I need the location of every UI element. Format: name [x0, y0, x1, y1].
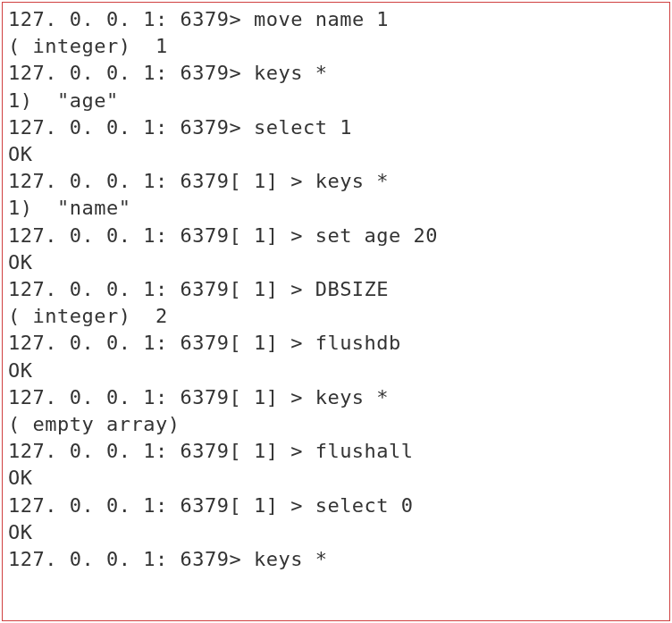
prompt: 127. 0. 0. 1: 6379[ 1] >: [8, 386, 303, 408]
terminal-line: 127. 0. 0. 1: 6379[ 1] > DBSIZE: [8, 276, 664, 303]
terminal-line: OK: [8, 465, 664, 492]
terminal-line: 127. 0. 0. 1: 6379[ 1] > select 0: [8, 493, 664, 519]
output: 1) "name": [8, 197, 130, 219]
command: flushdb: [303, 332, 401, 354]
prompt: 127. 0. 0. 1: 6379[ 1] >: [8, 170, 303, 192]
terminal-line: OK: [8, 249, 664, 276]
command: select 1: [241, 116, 352, 139]
terminal-line: 127. 0. 0. 1: 6379> keys *: [8, 60, 664, 87]
terminal-line: 1) "age": [8, 88, 664, 114]
command: keys *: [303, 386, 389, 408]
terminal-line: ( empty array): [8, 411, 664, 438]
terminal-line: 127. 0. 0. 1: 6379[ 1] > flushall: [8, 438, 664, 465]
output: OK: [8, 359, 33, 382]
prompt: 127. 0. 0. 1: 6379[ 1] >: [8, 278, 303, 300]
prompt: 127. 0. 0. 1: 6379[ 1] >: [8, 332, 303, 354]
terminal-line: OK: [8, 141, 664, 168]
output: OK: [8, 467, 33, 489]
command: flushall: [303, 440, 414, 462]
prompt: 127. 0. 0. 1: 6379>: [8, 116, 241, 139]
prompt: 127. 0. 0. 1: 6379[ 1] >: [8, 224, 303, 247]
command: set age 20: [303, 224, 438, 247]
terminal-line: 127. 0. 0. 1: 6379[ 1] > keys *: [8, 168, 664, 195]
terminal-line: ( integer) 2: [8, 303, 664, 330]
output: OK: [8, 521, 33, 543]
output: OK: [8, 143, 33, 165]
terminal-line: 127. 0. 0. 1: 6379> move name 1: [8, 6, 664, 33]
terminal-line: OK: [8, 358, 664, 384]
terminal-line: ( integer) 1: [8, 33, 664, 60]
output: OK: [8, 251, 33, 274]
terminal-line: 127. 0. 0. 1: 6379> select 1: [8, 114, 664, 141]
command: select 0: [303, 494, 414, 517]
terminal-line: 127. 0. 0. 1: 6379> keys *: [8, 546, 664, 573]
command: keys *: [303, 170, 389, 192]
terminal-line: 127. 0. 0. 1: 6379[ 1] > set age 20: [8, 223, 664, 249]
output: ( integer) 2: [8, 305, 168, 327]
prompt: 127. 0. 0. 1: 6379[ 1] >: [8, 440, 303, 462]
command: DBSIZE: [303, 278, 389, 300]
terminal-content[interactable]: 127. 0. 0. 1: 6379> move name 1( integer…: [3, 3, 669, 577]
command: keys *: [241, 62, 327, 84]
output: ( integer) 1: [8, 35, 168, 57]
prompt: 127. 0. 0. 1: 6379>: [8, 62, 241, 84]
command: move name 1: [241, 8, 389, 30]
terminal-line: 127. 0. 0. 1: 6379[ 1] > keys *: [8, 384, 664, 411]
terminal-line: OK: [8, 519, 664, 546]
output: 1) "age": [8, 89, 119, 112]
terminal-container: 127. 0. 0. 1: 6379> move name 1( integer…: [2, 2, 670, 621]
prompt: 127. 0. 0. 1: 6379>: [8, 8, 241, 30]
terminal-line: 1) "name": [8, 195, 664, 222]
command: keys *: [241, 548, 327, 570]
terminal-line: 127. 0. 0. 1: 6379[ 1] > flushdb: [8, 330, 664, 357]
output: ( empty array): [8, 413, 180, 435]
prompt: 127. 0. 0. 1: 6379[ 1] >: [8, 494, 303, 517]
prompt: 127. 0. 0. 1: 6379>: [8, 548, 241, 570]
